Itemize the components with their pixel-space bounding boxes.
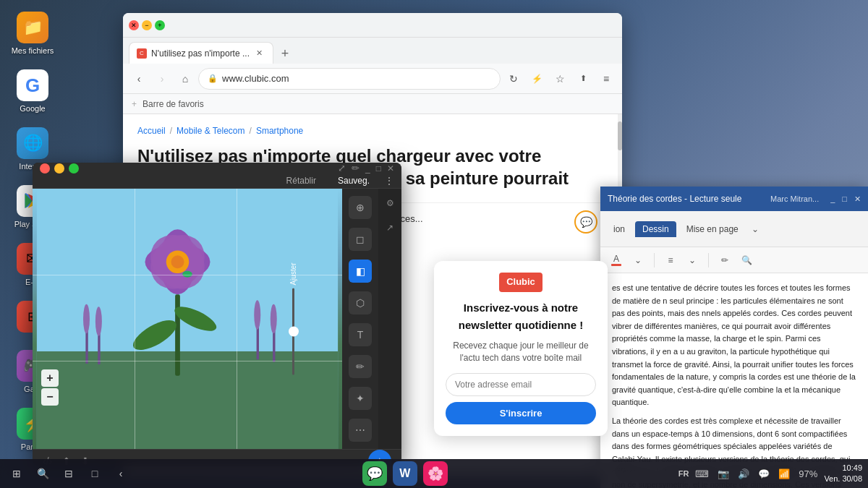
editor-expand-icon[interactable]: ⤢ [338, 163, 346, 174]
taskbar-multitask-button[interactable]: ⊟ [58, 463, 80, 484]
taskbar-search-button[interactable]: 🔍 [32, 463, 54, 484]
zoom-in-button[interactable]: + [41, 369, 59, 387]
editor-minimize-button[interactable] [54, 163, 64, 174]
tab-close-button[interactable]: ✕ [254, 48, 265, 59]
home-button[interactable]: ⌂ [175, 69, 195, 89]
ribbon-tab-dessin[interactable]: Dessin [635, 221, 676, 237]
doc-close-button[interactable]: ✕ [854, 194, 861, 204]
minimize-button[interactable]: − [142, 20, 152, 30]
search-doc-icon[interactable]: 🔍 [738, 252, 755, 269]
browser-titlebar: ✕ − + [123, 13, 622, 38]
doc-maximize-button[interactable]: □ [842, 194, 847, 204]
taskbar-back-button[interactable]: ‹ [110, 463, 132, 484]
zoom-out-button[interactable]: − [41, 388, 59, 406]
crop-icon[interactable]: ⊕ [349, 196, 372, 219]
editor-settings-icon[interactable]: ✏ [352, 163, 359, 174]
desktop-icon-google[interactable]: G Google [7, 65, 58, 117]
editor-fullscreen-icon[interactable]: □ [376, 163, 381, 174]
tab-favicon: C [137, 48, 147, 59]
bookmarks-bar-text[interactable]: Barre de favoris [142, 99, 204, 109]
doc-content: es est une tentative de décrire toutes l… [600, 273, 868, 488]
effects-icon[interactable]: ✦ [349, 387, 372, 410]
breadcrumb-mobile[interactable]: Mobile & Telecom [176, 126, 245, 136]
text-icon[interactable]: T [349, 323, 372, 346]
taskbar-window-button[interactable]: □ [84, 463, 106, 484]
chat-sys-icon[interactable]: 💬 [756, 468, 772, 479]
taskbar-word-icon[interactable]: W [393, 461, 417, 486]
editor-photo-area: + − Ajuster [33, 189, 342, 449]
editor-close-button[interactable] [40, 163, 50, 174]
editor-close-x-icon[interactable]: ✕ [387, 163, 394, 174]
menu-button[interactable]: ≡ [596, 69, 616, 89]
taskbar-menu-button[interactable]: ⊞ [6, 463, 27, 484]
signal-icon[interactable]: 📶 [776, 468, 792, 479]
editor-right-panel: ⊕ ◻ ◧ ⬡ T ✏ ✦ ⋯ [342, 189, 378, 449]
refresh-button[interactable]: ↻ [503, 69, 524, 89]
breadcrumb-home[interactable]: Accueil [137, 126, 166, 136]
taskbar-clock: 10:49 Ven. 30/08 [824, 463, 862, 485]
stickers-icon[interactable]: ⬡ [349, 291, 372, 314]
doc-title: Théorie des cordes - Lecture seule [608, 194, 765, 204]
editor-minimize-icon[interactable]: _ [365, 163, 370, 174]
address-bar[interactable]: 🔒 www.clubic.com [198, 68, 501, 90]
browser-tab-active[interactable]: C N'utilisez pas n'importe ... ✕ [129, 42, 273, 64]
share-small-icon[interactable]: ↗ [381, 219, 399, 236]
newsletter-email-input[interactable] [446, 373, 596, 396]
share-button[interactable]: ⬆ [573, 69, 593, 89]
bookmarks-bar: + Barre de favoris [123, 94, 622, 114]
text-color-bar [611, 264, 621, 266]
align-icon[interactable]: ≡ [662, 252, 679, 269]
clubic-logo: Clubic [499, 273, 542, 292]
editor-maximize-button[interactable] [69, 163, 79, 174]
ribbon-expand-icon[interactable]: ⌄ [752, 224, 759, 234]
editor-more-options-icon[interactable]: ⋮ [384, 175, 394, 187]
close-button[interactable]: ✕ [129, 20, 139, 30]
forward-button[interactable]: › [152, 69, 172, 89]
doc-minimize-button[interactable]: _ [830, 194, 835, 204]
eraser-icon[interactable]: ◻ [349, 228, 372, 251]
doc-paragraph-1: es est une tentative de décrire toutes l… [612, 282, 856, 409]
desktop-icon-files[interactable]: 📁 Mes fichiers [7, 7, 58, 59]
editor-titlebar: ⤢ ✏ _ □ ✕ [33, 163, 401, 174]
font-settings-icon[interactable]: ⌄ [629, 252, 647, 269]
text-color-button[interactable]: A [608, 252, 625, 269]
scrollbar-thumb[interactable] [618, 121, 622, 150]
taskbar-left: ⊞ 🔍 ⊟ □ ‹ [6, 463, 132, 484]
taskbar-messages-icon[interactable]: 💬 [362, 461, 387, 486]
files-label: Mes fichiers [12, 46, 54, 55]
slider-thumb[interactable] [289, 327, 299, 337]
settings-small-icon[interactable]: ⚙ [381, 194, 399, 212]
taskbar: ⊞ 🔍 ⊟ □ ‹ 💬 W 🌸 FR ⌨ 📷 🔊 💬 📶 97% 10:49 V… [0, 459, 868, 488]
doc-titlebar: Théorie des cordes - Lecture seule Marc … [600, 187, 868, 211]
brightness-slider[interactable] [292, 288, 294, 375]
keyboard-icon[interactable]: ⌨ [693, 468, 711, 479]
clock-date: Ven. 30/08 [824, 474, 862, 484]
draw-icon[interactable]: ✏ [349, 355, 372, 378]
bookmark-button[interactable]: ☆ [550, 69, 570, 89]
internet-icon: 🌐 [17, 127, 48, 159]
editor-save-button[interactable]: Sauveg. [331, 174, 377, 188]
paragraph-icon[interactable]: ⌄ [684, 252, 701, 269]
breadcrumb-smartphone[interactable]: Smartphone [256, 126, 303, 136]
new-tab-button[interactable]: + [275, 43, 295, 64]
misc-icon[interactable]: ⋯ [349, 419, 372, 442]
files-icon: 📁 [17, 12, 48, 43]
editor-restablish-button[interactable]: Rétablir [279, 174, 323, 188]
google-label: Google [20, 104, 45, 113]
back-button[interactable]: ‹ [129, 69, 149, 89]
editor-top-action-bar: Rétablir Sauveg. ⋮ [33, 174, 401, 189]
ribbon-tab-ion[interactable]: ion [606, 221, 632, 237]
extension-button[interactable]: ⚡ [527, 69, 547, 89]
doc-toolbar: A ⌄ ≡ ⌄ ✏ 🔍 [600, 247, 868, 273]
ribbon-tab-mise-en-page[interactable]: Mise en page [679, 221, 746, 237]
pen-icon[interactable]: ✏ [716, 252, 733, 269]
taskbar-flower-icon[interactable]: 🌸 [423, 461, 448, 486]
screenshot-icon[interactable]: 📷 [715, 468, 731, 479]
svg-point-10 [171, 255, 184, 268]
maximize-button[interactable]: + [155, 20, 165, 30]
adjust-panel-icon[interactable]: ◧ [349, 260, 372, 283]
window-controls: ✕ − + [129, 20, 165, 30]
volume-icon[interactable]: 🔊 [736, 468, 752, 479]
newsletter-subscribe-button[interactable]: S'inscrire [446, 402, 596, 424]
language-indicator: FR [678, 469, 689, 478]
